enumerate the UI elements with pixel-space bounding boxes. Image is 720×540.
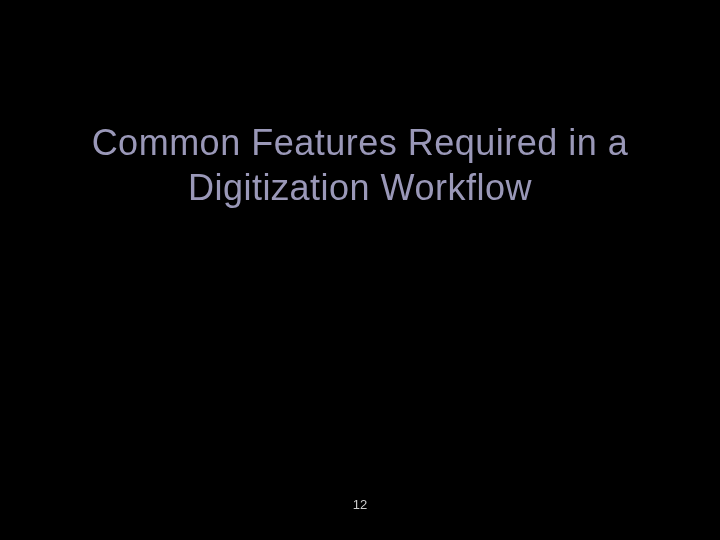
slide-title-line1: Common Features Required in a bbox=[60, 120, 660, 165]
title-block: Common Features Required in a Digitizati… bbox=[0, 120, 720, 210]
slide-container: Common Features Required in a Digitizati… bbox=[0, 0, 720, 540]
slide-title-line2: Digitization Workflow bbox=[60, 165, 660, 210]
page-number: 12 bbox=[0, 497, 720, 512]
